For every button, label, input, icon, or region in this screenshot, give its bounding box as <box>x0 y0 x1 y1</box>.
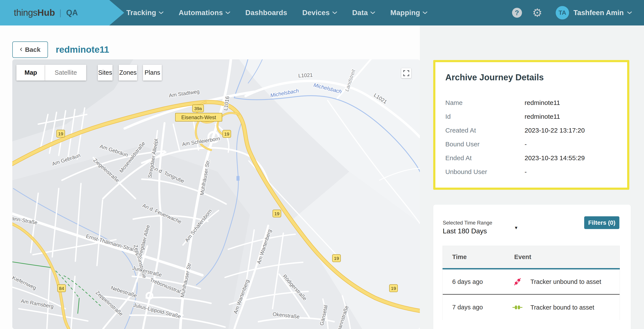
map-canvas[interactable]: Am Stadtweg L1021 L1021 Landstreit Miche… <box>12 59 420 329</box>
nav-item-label: Automations <box>178 9 223 17</box>
panel-title: Archive Journey Details <box>445 72 544 82</box>
back-chevron-icon: ‹ <box>20 45 22 53</box>
nav-item-label: Dashboards <box>245 9 287 17</box>
chevron-down-icon <box>226 11 230 14</box>
detail-label: Unbound User <box>445 168 524 176</box>
column-header-event: Event <box>514 254 531 261</box>
filters-button[interactable]: Filters (0) <box>584 216 620 229</box>
route-badge: 19 <box>334 256 339 261</box>
route-badge: 39a <box>194 106 202 111</box>
events-table-header: Time Event <box>442 246 620 268</box>
fullscreen-icon <box>403 70 409 76</box>
detail-value: 2023-10-22 13:17:20 <box>524 127 585 134</box>
chevron-down-icon <box>370 11 375 14</box>
archive-journey-details-panel: Archive Journey Details Name redminote11… <box>433 60 629 190</box>
event-time: 7 days ago <box>452 295 483 320</box>
tracker-unbound-icon <box>512 269 524 294</box>
nav-item-mapping[interactable]: Mapping <box>390 9 428 17</box>
page: thingsHub | QA Tracking Automations Dash… <box>0 0 644 329</box>
detail-label: Bound User <box>445 141 524 148</box>
nav-item-label: Tracking <box>126 9 156 17</box>
nav-item-automations[interactable]: Automations <box>178 9 230 17</box>
map-type-map-button[interactable]: Map <box>16 65 45 80</box>
brand-logo[interactable]: thingsHub | QA <box>0 0 124 25</box>
zones-button[interactable]: Zones <box>119 65 137 80</box>
event-description: Tracker unbound to asset <box>530 277 615 286</box>
table-row: 6 days ago <box>443 269 620 295</box>
user-name[interactable]: Tashfeen Amin <box>574 9 624 17</box>
brand-things: things <box>14 7 37 18</box>
page-title: redminote11 <box>56 44 109 55</box>
route-badge: 19 <box>58 131 63 136</box>
time-range-label: Selected Time Range <box>443 220 492 226</box>
time-range-caret-icon[interactable]: ▼ <box>514 225 518 230</box>
back-button[interactable]: ‹ Back <box>12 41 48 58</box>
detail-row-ended-at: Ended At 2023-10-23 14:55:29 <box>445 151 621 165</box>
events-table: Time Event 6 days ago <box>442 246 620 320</box>
column-header-time: Time <box>452 254 467 261</box>
details-rows: Name redminote11 Id redminote11 Created … <box>445 96 621 179</box>
nav-item-dashboards[interactable]: Dashboards <box>245 9 287 17</box>
detail-value: - <box>524 141 527 148</box>
chevron-down-icon <box>423 11 428 14</box>
nav-item-data[interactable]: Data <box>352 9 375 17</box>
fullscreen-button[interactable] <box>401 68 411 78</box>
tracker-bound-icon <box>512 295 524 320</box>
chevron-down-icon <box>159 11 164 14</box>
brand-separator: | <box>60 8 62 17</box>
map[interactable]: Am Stadtweg L1021 L1021 Landstreit Miche… <box>12 59 420 329</box>
nav-right-group: ? ⚙ TA Tashfeen Amin <box>512 0 632 25</box>
detail-row-id: Id redminote11 <box>445 110 621 123</box>
detail-label: Created At <box>445 127 524 134</box>
exit-label: Eisenach-West <box>175 113 222 121</box>
map-label: L1021 <box>298 72 313 78</box>
chevron-down-icon <box>332 11 337 14</box>
chevron-down-icon[interactable] <box>627 11 632 14</box>
detail-row-created-at: Created At 2023-10-22 13:17:20 <box>445 123 621 137</box>
top-nav: thingsHub | QA Tracking Automations Dash… <box>0 0 644 25</box>
nav-item-tracking[interactable]: Tracking <box>126 9 164 17</box>
detail-value: 2023-10-23 14:55:29 <box>524 154 585 162</box>
detail-value: redminote11 <box>524 113 560 120</box>
events-panel: Selected Time Range Last 180 Days ▼ Filt… <box>433 205 631 329</box>
map-controls: Map Satellite Sites Zones Plans <box>16 65 162 80</box>
detail-label: Ended At <box>445 154 524 162</box>
detail-row-unbound-user: Unbound User - <box>445 165 621 179</box>
events-table-body: 6 days ago <box>442 269 620 320</box>
nav-item-devices[interactable]: Devices <box>302 9 337 17</box>
route-badge: 19 <box>224 131 229 136</box>
event-description: Tracker bound to asset <box>530 303 615 312</box>
detail-row-name: Name redminote11 <box>445 96 621 110</box>
sites-button[interactable]: Sites <box>98 65 112 80</box>
detail-label: Id <box>445 113 524 120</box>
nav-item-label: Data <box>352 9 368 17</box>
nav-items: Tracking Automations Dashboards Devices … <box>126 0 428 25</box>
detail-value: redminote11 <box>524 99 560 106</box>
nav-item-label: Mapping <box>390 9 420 17</box>
help-icon[interactable]: ? <box>512 8 522 18</box>
exit-label-text: Eisenach-West <box>182 114 216 120</box>
nav-item-label: Devices <box>302 9 330 17</box>
map-type-satellite-button[interactable]: Satellite <box>45 65 86 80</box>
brand-environment: QA <box>66 8 78 17</box>
gear-icon[interactable]: ⚙ <box>532 7 542 18</box>
table-row: 7 days ago Tracker bound to asset <box>443 295 620 320</box>
route-badge: 19 <box>391 286 396 291</box>
brand-hub: Hub <box>37 7 55 18</box>
avatar[interactable]: TA <box>556 6 569 19</box>
detail-label: Name <box>445 99 524 106</box>
route-badge: 19 <box>274 211 279 216</box>
detail-row-bound-user: Bound User - <box>445 137 621 151</box>
back-label: Back <box>25 46 40 53</box>
route-badge: 84 <box>59 286 64 291</box>
event-time: 6 days ago <box>452 269 483 294</box>
time-range-select[interactable]: Last 180 Days <box>443 227 487 235</box>
plans-button[interactable]: Plans <box>143 65 162 80</box>
detail-value: - <box>524 168 527 176</box>
